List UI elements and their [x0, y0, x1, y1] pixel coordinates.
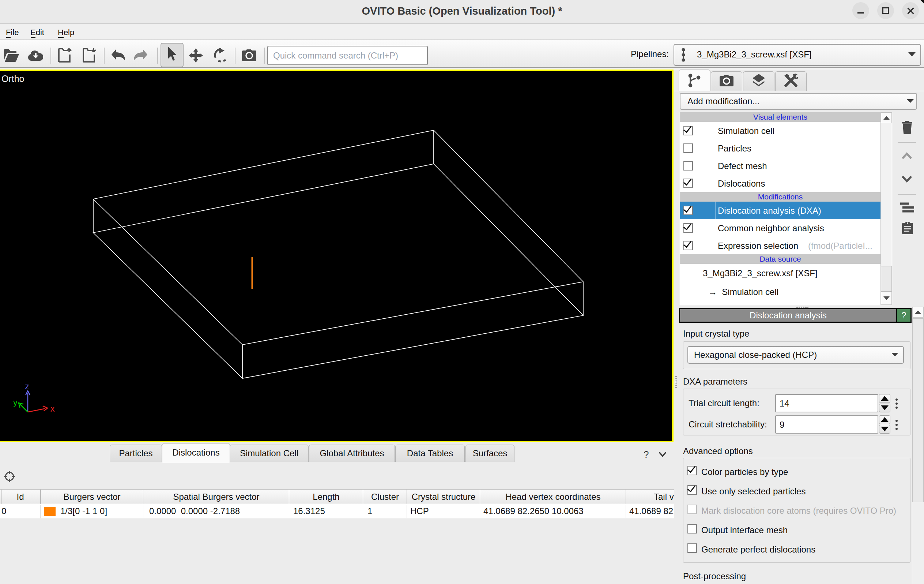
svg-text:y: y — [13, 398, 18, 407]
svg-text:x: x — [51, 404, 55, 414]
svg-text:z: z — [25, 382, 29, 391]
